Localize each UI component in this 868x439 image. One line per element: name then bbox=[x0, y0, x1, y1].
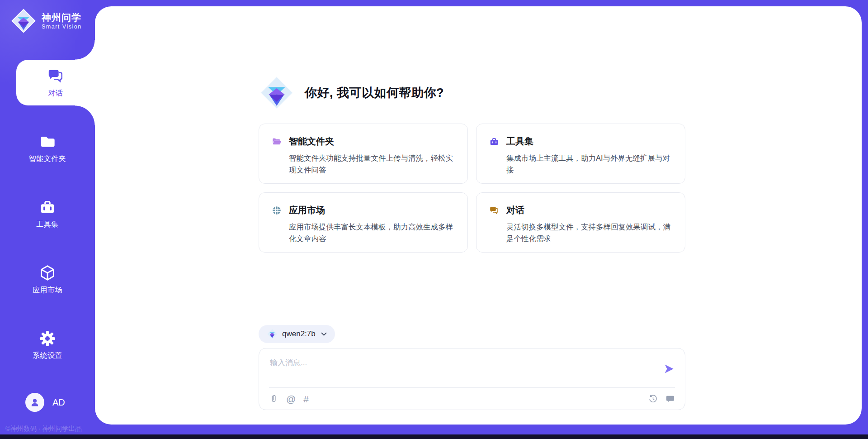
diamond-logo-icon bbox=[11, 8, 36, 33]
sidebar-item-label: 工具集 bbox=[36, 220, 59, 229]
card-title: 应用市场 bbox=[289, 204, 325, 216]
copyright: ©神州数码 · 神州问学出品 bbox=[5, 425, 82, 433]
toolbox-icon bbox=[39, 199, 56, 216]
model-selector[interactable]: qwen2:7b bbox=[259, 325, 335, 343]
brand: 神州问学 Smart Vision bbox=[11, 8, 82, 33]
composer: @ # bbox=[259, 348, 685, 410]
paperclip-icon bbox=[269, 394, 278, 404]
send-button[interactable] bbox=[663, 363, 675, 375]
sidebar-item-settings[interactable]: 系统设置 bbox=[0, 322, 95, 368]
sidebar-item-smart-folder[interactable]: 智能文件夹 bbox=[0, 125, 95, 171]
card-title: 智能文件夹 bbox=[289, 135, 334, 148]
sidebar-item-label: 对话 bbox=[48, 89, 63, 98]
feature-cards: 智能文件夹 智能文件夹功能支持批量文件上传与清洗，轻松实现文件问答 工具集 集成… bbox=[259, 124, 685, 253]
avatar bbox=[25, 393, 44, 412]
page-title: 你好, 我可以如何帮助你? bbox=[305, 85, 444, 101]
card-app-market[interactable]: 应用市场 应用市场提供丰富长文本模板，助力高效生成多样化文章内容 bbox=[259, 192, 468, 253]
gear-icon bbox=[39, 330, 56, 347]
card-description: 智能文件夹功能支持批量文件上传与清洗，轻松实现文件问答 bbox=[289, 153, 455, 176]
cube-icon bbox=[39, 264, 56, 282]
topic-button[interactable]: # bbox=[303, 394, 309, 404]
sidebar-item-label: 智能文件夹 bbox=[29, 154, 66, 164]
card-title: 工具集 bbox=[506, 135, 533, 148]
history-icon bbox=[648, 394, 658, 404]
card-description: 集成市场上主流工具，助力AI与外界无缝扩展与对接 bbox=[506, 153, 672, 176]
chat-icon bbox=[47, 67, 64, 85]
chevron-down-icon bbox=[321, 332, 327, 336]
user-initials: AD bbox=[52, 397, 65, 408]
sidebar-item-toolset[interactable]: 工具集 bbox=[0, 191, 95, 237]
model-label: qwen2:7b bbox=[282, 329, 316, 339]
sidebar-item-label: 应用市场 bbox=[33, 286, 62, 295]
attach-button[interactable] bbox=[269, 394, 278, 404]
card-smart-folder[interactable]: 智能文件夹 智能文件夹功能支持批量文件上传与清洗，轻松实现文件问答 bbox=[259, 124, 468, 184]
card-description: 灵活切换多模型文件，支持多样回复效果调试，满足个性化需求 bbox=[506, 221, 672, 244]
brand-name: 神州问学 bbox=[42, 12, 82, 24]
greeting-block: 你好, 我可以如何帮助你? bbox=[259, 75, 444, 111]
bottom-dark-bar bbox=[0, 434, 868, 439]
send-icon bbox=[663, 363, 675, 375]
diamond-logo-icon bbox=[259, 75, 295, 111]
card-title: 对话 bbox=[506, 204, 524, 216]
sidebar-item-chat[interactable]: 对话 bbox=[16, 60, 95, 105]
main-panel: 你好, 我可以如何帮助你? 智能文件夹 智能文件夹功能支持批量文件上传与清洗，轻… bbox=[95, 6, 862, 425]
mention-button[interactable]: @ bbox=[286, 394, 296, 404]
hash-icon: # bbox=[303, 394, 309, 404]
chat-filled-icon bbox=[665, 394, 675, 404]
card-chat[interactable]: 对话 灵活切换多模型文件，支持多样回复效果调试，满足个性化需求 bbox=[476, 192, 685, 253]
brand-tagline: Smart Vision bbox=[42, 24, 82, 30]
quick-chat-button[interactable] bbox=[665, 394, 675, 404]
at-icon: @ bbox=[286, 394, 296, 404]
sidebar: 神州问学 Smart Vision 对话 智能文件夹 工具集 应用市场 bbox=[0, 0, 95, 439]
person-icon bbox=[29, 397, 40, 408]
folder-open-icon bbox=[272, 137, 282, 147]
folder-icon bbox=[39, 133, 56, 150]
chat-icon bbox=[489, 205, 499, 215]
sidebar-item-app-market[interactable]: 应用市场 bbox=[0, 257, 95, 302]
sidebar-item-label: 系统设置 bbox=[33, 351, 62, 361]
card-description: 应用市场提供丰富长文本模板，助力高效生成多样化文章内容 bbox=[289, 221, 455, 244]
diamond-logo-icon bbox=[267, 329, 278, 339]
card-toolset[interactable]: 工具集 集成市场上主流工具，助力AI与外界无缝扩展与对接 bbox=[476, 124, 685, 184]
history-button[interactable] bbox=[648, 394, 658, 404]
toolbox-icon bbox=[489, 137, 499, 147]
user-chip[interactable]: AD bbox=[0, 393, 95, 412]
message-input[interactable] bbox=[259, 348, 648, 385]
grid-wheel-icon bbox=[272, 205, 282, 215]
